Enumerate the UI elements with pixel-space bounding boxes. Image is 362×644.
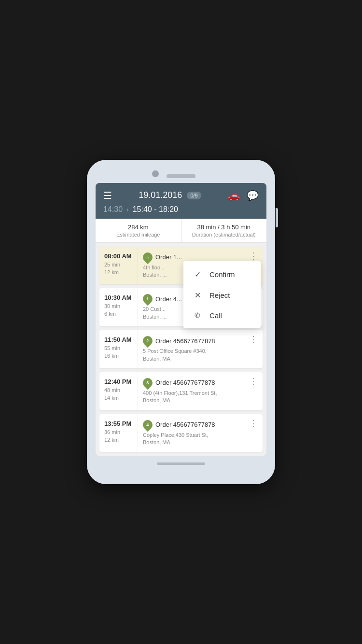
car-icon[interactable]: 🚗 xyxy=(228,190,240,201)
order-pin-icon: 3 xyxy=(141,376,154,390)
order-title-row: 3Order 456677677878 xyxy=(143,378,239,388)
call-label: Call xyxy=(209,311,222,320)
duration-label: Duration (estimated/actual) xyxy=(187,232,261,238)
order-time: 12:40 PM xyxy=(104,378,133,385)
header-time-row: 14:30 › 15:40 - 18:20 xyxy=(103,205,259,214)
order-name: Order 456677677878 xyxy=(155,337,215,345)
mileage-label: Estimated mileage xyxy=(101,232,175,238)
order-duration: 36 min xyxy=(104,429,133,435)
duration-stat: 38 min / 3 h 50 min Duration (estimated/… xyxy=(181,219,267,242)
order-address: Copley Place,430 Stuart St, Boston, MA xyxy=(143,432,239,447)
order-pin-label: 2 xyxy=(146,338,149,343)
order-duration: 25 min xyxy=(104,262,133,267)
order-distance: 6 km xyxy=(104,311,133,317)
phone-speaker-bottom xyxy=(157,462,205,465)
app-header: ☰ 19.01.2016 0/9 🚗 💬 14:30 › 15:40 - 18:… xyxy=(96,183,266,219)
order-duration: 30 min xyxy=(104,303,133,309)
order-card[interactable]: 11:50 AM55 min16 km2Order 4566776778785 … xyxy=(99,330,263,368)
context-menu-item-confirm[interactable]: ✓Confirm xyxy=(183,264,261,285)
order-time: 11:50 AM xyxy=(104,336,133,343)
confirm-label: Confirm xyxy=(209,270,235,279)
order-pin-icon: 2 xyxy=(141,334,154,348)
order-name: Order 4... xyxy=(155,295,182,303)
order-time-col: 11:50 AM55 min16 km xyxy=(99,330,138,368)
header-time-past: 14:30 xyxy=(103,205,123,214)
order-list: 08:00 AM25 min12 km⌂Order 1...4th floo..… xyxy=(96,243,266,456)
phone-shell: ☰ 19.01.2016 0/9 🚗 💬 14:30 › 15:40 - 18:… xyxy=(87,160,275,485)
order-name: Order 456677677878 xyxy=(155,421,215,428)
phone-camera xyxy=(152,170,159,177)
order-pin-label: 3 xyxy=(146,380,149,385)
menu-icon[interactable]: ☰ xyxy=(103,190,112,201)
order-name: Order 456677677878 xyxy=(155,379,215,386)
context-menu-item-call[interactable]: ✆Call xyxy=(183,306,261,325)
order-pin-icon: ⌂ xyxy=(141,250,154,264)
order-time: 10:30 AM xyxy=(104,294,133,301)
order-duration: 55 min xyxy=(104,345,133,351)
header-badge: 0/9 xyxy=(187,192,201,199)
order-menu-button[interactable]: ⋮ xyxy=(244,414,263,433)
header-top: ☰ 19.01.2016 0/9 🚗 💬 xyxy=(103,190,259,201)
order-distance: 12 km xyxy=(104,437,133,443)
order-time: 13:55 PM xyxy=(104,420,133,427)
header-date: 19.01.2016 xyxy=(139,190,182,200)
order-pin-icon: 1 xyxy=(141,292,154,306)
order-info-col: 2Order 4566776778785 Post Office Square … xyxy=(138,330,244,368)
call-icon: ✆ xyxy=(193,311,202,319)
side-button xyxy=(276,208,278,227)
order-title-row: ⌂Order 1... xyxy=(143,252,239,262)
header-icons: 🚗 💬 xyxy=(228,190,259,201)
order-title-row: 4Order 456677677878 xyxy=(143,420,239,430)
order-distance: 12 km xyxy=(104,269,133,275)
order-time-col: 13:55 PM36 min12 km xyxy=(99,414,138,452)
order-distance: 14 km xyxy=(104,395,133,401)
order-address: 400 (4th Floor),131 Tremont St, Boston, … xyxy=(143,390,239,405)
header-time-current: 15:40 - 18:20 xyxy=(133,205,178,214)
order-menu-button[interactable]: ⋮ xyxy=(244,330,263,349)
context-menu: ✓Confirm✕Reject✆Call xyxy=(183,261,261,328)
context-menu-item-reject[interactable]: ✕Reject xyxy=(183,285,261,306)
order-info-col: 4Order 456677677878Copley Place,430 Stua… xyxy=(138,414,244,452)
mileage-stat: 284 km Estimated mileage xyxy=(96,219,181,242)
order-time: 08:00 AM xyxy=(104,252,133,260)
confirm-icon: ✓ xyxy=(193,270,202,279)
order-duration: 48 min xyxy=(104,387,133,393)
order-card[interactable]: 13:55 PM36 min12 km4Order 456677677878Co… xyxy=(99,414,263,452)
duration-value: 38 min / 3 h 50 min xyxy=(187,224,261,231)
order-address: 5 Post Office Square #340, Boston, MA xyxy=(143,348,239,363)
header-time-arrow: › xyxy=(126,206,129,213)
order-info-col: 3Order 456677677878400 (4th Floor),131 T… xyxy=(138,372,244,410)
phone-speaker-top xyxy=(167,174,195,178)
reject-label: Reject xyxy=(209,291,230,299)
order-menu-button[interactable]: ⋮ xyxy=(244,372,263,391)
order-card[interactable]: 08:00 AM25 min12 km⌂Order 1...4th floo..… xyxy=(99,247,263,285)
order-pin-label: 1 xyxy=(146,296,149,301)
order-distance: 16 km xyxy=(104,353,133,359)
phone-screen: ☰ 19.01.2016 0/9 🚗 💬 14:30 › 15:40 - 18:… xyxy=(96,183,266,456)
order-time-col: 10:30 AM30 min6 km xyxy=(99,288,138,326)
order-time-col: 12:40 PM48 min14 km xyxy=(99,372,138,410)
reject-icon: ✕ xyxy=(193,291,202,300)
order-title-row: 2Order 456677677878 xyxy=(143,336,239,346)
message-icon[interactable]: 💬 xyxy=(247,190,259,201)
header-title-group: 19.01.2016 0/9 xyxy=(139,190,201,200)
stats-bar: 284 km Estimated mileage 38 min / 3 h 50… xyxy=(96,219,266,243)
order-pin-label: 4 xyxy=(146,422,149,427)
order-pin-icon: 4 xyxy=(141,418,154,432)
order-card[interactable]: 12:40 PM48 min14 km3Order 45667767787840… xyxy=(99,372,263,410)
order-name: Order 1... xyxy=(155,253,182,261)
order-pin-label: ⌂ xyxy=(146,254,149,260)
mileage-value: 284 km xyxy=(101,224,175,231)
order-time-col: 08:00 AM25 min12 km xyxy=(99,247,138,285)
